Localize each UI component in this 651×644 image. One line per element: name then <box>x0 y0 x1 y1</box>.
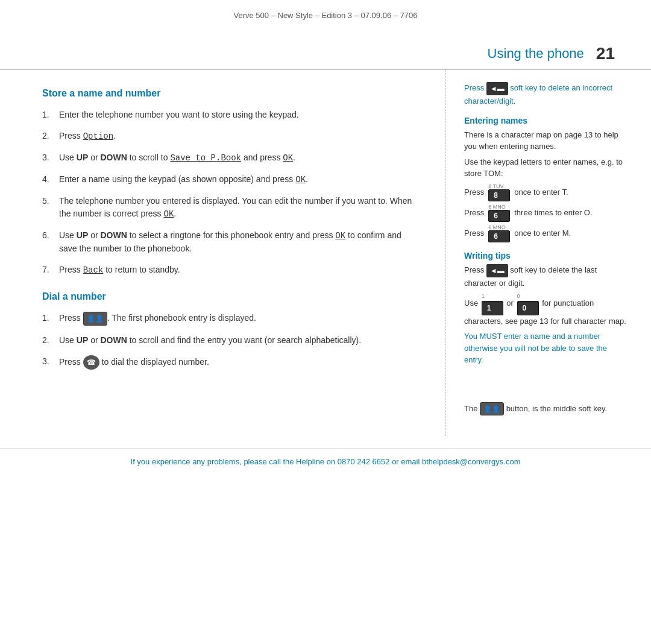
footer: If you experience any problems, please c… <box>0 448 651 475</box>
writing-tips-punctuation: Use 1 1 or 0 0 for punctuation character… <box>464 292 627 327</box>
writing-tips-title: Writing tips <box>464 251 627 260</box>
entering-names-keypad: Use the keypad letters to enter names, e… <box>464 156 627 180</box>
phonebook-icon-2: 👤👤 <box>480 402 504 416</box>
right-column: Press ◄▬ soft key to delete an incorrect… <box>446 70 651 436</box>
dial-steps-list: 1. Press 👤👤. The first phonebook entry i… <box>42 312 421 370</box>
press-6-once-row: Press 6 MNO 6 once to enter M. <box>464 224 627 242</box>
bottom-note-section: The 👤👤 button, is the middle soft key. <box>464 402 627 416</box>
dial-section: Dial a number 1. Press 👤👤. The first pho… <box>42 291 421 370</box>
section-title: Using the phone <box>488 46 584 62</box>
store-step-1: 1. Enter the telephone number you want t… <box>42 109 421 121</box>
dial-step-3: 3. Press ☎ to dial the displayed number. <box>42 355 421 370</box>
writing-tips-delete: Press ◄▬ soft key to delete the last cha… <box>464 264 627 289</box>
dial-step-1: 1. Press 👤👤. The first phonebook entry i… <box>42 312 421 326</box>
entering-names-section: Entering names There is a character map … <box>464 116 627 242</box>
key-0-button: 0 <box>517 301 539 315</box>
key-6-container-1: 6 MNO 6 <box>488 204 510 222</box>
press-8-row: Press 8 TUV 8 once to enter T. <box>464 183 627 201</box>
dial-section-title: Dial a number <box>42 291 421 302</box>
page-number: 21 <box>596 44 615 63</box>
delete-note-section: Press ◄▬ soft key to delete an incorrect… <box>464 82 627 107</box>
top-section: Using the phone 21 <box>0 26 651 70</box>
store-step-5: 5. The telephone number you entered is d… <box>42 195 421 221</box>
store-step-7: 7. Press Back to return to standby. <box>42 264 421 277</box>
store-section-title: Store a name and number <box>42 88 421 99</box>
option-link: Option <box>83 131 113 141</box>
backspace-icon-2: ◄▬ <box>486 264 508 277</box>
key-6-container-2: 6 MNO 6 <box>488 224 510 242</box>
left-column: Store a name and number 1. Enter the tel… <box>0 70 446 436</box>
writing-tips-section: Writing tips Press ◄▬ soft key to delete… <box>464 251 627 366</box>
main-content: Store a name and number 1. Enter the tel… <box>0 70 651 436</box>
key-6-button-2: 6 <box>488 230 510 242</box>
entering-names-desc: There is a character map on page 13 to h… <box>464 129 627 153</box>
page-header: Verve 500 – New Style – Edition 3 – 07.0… <box>0 0 651 26</box>
key-8-button: 8 <box>488 189 510 201</box>
key-8-container: 8 TUV 8 <box>488 183 510 201</box>
must-enter-text: You MUST enter a name and a number other… <box>464 330 627 366</box>
backspace-icon: ◄▬ <box>486 82 508 95</box>
phonebook-icon: 👤👤 <box>83 312 107 326</box>
footer-text: If you experience any problems, please c… <box>131 457 521 466</box>
store-step-3: 3. Use UP or DOWN to scroll to Save to P… <box>42 151 421 165</box>
delete-note-text: Press ◄▬ soft key to delete an incorrect… <box>464 82 627 107</box>
store-section: Store a name and number 1. Enter the tel… <box>42 88 421 277</box>
key-6-button-1: 6 <box>488 210 510 222</box>
key-1-container: 1 1 <box>482 292 503 315</box>
press-6-three-row: Press 6 MNO 6 three times to enter O. <box>464 204 627 222</box>
key-0-container: 0 0 <box>517 292 539 315</box>
bottom-note-text: The 👤👤 button, is the middle soft key. <box>464 402 627 416</box>
store-step-2: 2. Press Option. <box>42 130 421 143</box>
store-steps-list: 1. Enter the telephone number you want t… <box>42 109 421 277</box>
entering-names-title: Entering names <box>464 116 627 125</box>
store-step-6: 6. Use UP or DOWN to select a ringtone f… <box>42 229 421 255</box>
key-1-button: 1 <box>482 301 503 315</box>
header-title: Verve 500 – New Style – Edition 3 – 07.0… <box>234 11 418 20</box>
dial-icon: ☎ <box>83 355 99 370</box>
dial-step-2: 2. Use UP or DOWN to scroll and find the… <box>42 334 421 347</box>
store-step-4: 4. Enter a name using the keypad (as sho… <box>42 173 421 186</box>
